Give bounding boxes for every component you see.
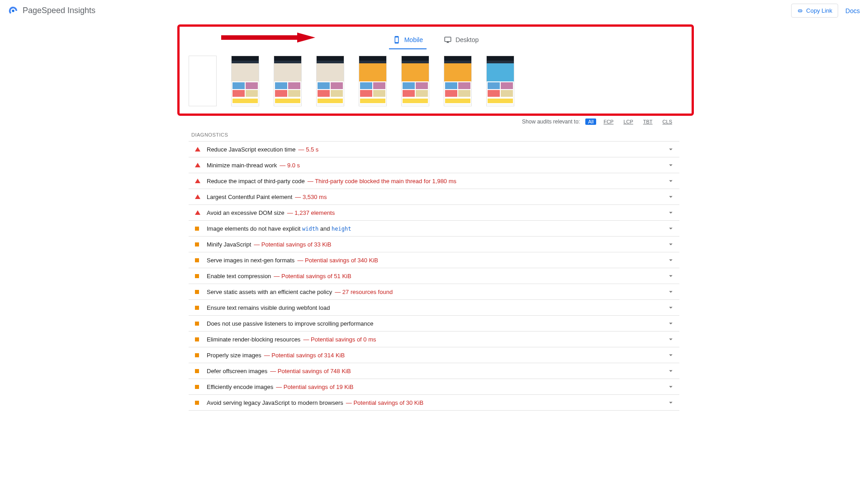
fail-icon <box>195 179 200 183</box>
audit-detail: — 9.0 s <box>280 162 300 169</box>
warn-icon <box>195 369 200 373</box>
audit-item[interactable]: Eliminate render-blocking resources— Pot… <box>189 332 679 347</box>
header-right: Copy Link Docs <box>791 4 860 18</box>
audit-detail: — Potential savings of 0 ms <box>303 336 376 343</box>
warn-icon <box>195 401 200 405</box>
audit-title: Reduce the impact of third-party code <box>207 178 305 185</box>
filmstrip <box>188 49 683 113</box>
audit-title: Avoid an excessive DOM size <box>207 209 285 216</box>
audit-detail: — Potential savings of 30 KiB <box>346 399 423 406</box>
audit-title: Image elements do not have explicit widt… <box>207 225 351 232</box>
audit-item[interactable]: Reduce the impact of third-party code— T… <box>189 173 679 189</box>
warn-icon <box>195 353 200 357</box>
filmstrip-frame <box>401 56 429 106</box>
chevron-down-icon <box>667 193 675 201</box>
audit-item[interactable]: Ensure text remains visible during webfo… <box>189 300 679 316</box>
chevron-down-icon <box>667 161 675 169</box>
audit-detail: — Potential savings of 19 KiB <box>276 384 353 390</box>
warn-icon <box>195 258 200 262</box>
audit-item[interactable]: Minimize main-thread work— 9.0 s <box>189 157 679 173</box>
audit-title: Efficiently encode images <box>207 384 273 390</box>
chevron-down-icon <box>667 224 675 232</box>
audit-filter-label: Show audits relevant to: <box>522 118 580 125</box>
audit-detail: — Potential savings of 314 KiB <box>264 352 345 359</box>
psi-logo-icon <box>8 6 18 16</box>
tab-mobile[interactable]: Mobile <box>389 31 427 49</box>
audit-item[interactable]: Defer offscreen images— Potential saving… <box>189 363 679 379</box>
audit-title: Largest Contentful Paint element <box>207 194 292 200</box>
filmstrip-frame <box>486 56 514 106</box>
audit-item[interactable]: Efficiently encode images— Potential sav… <box>189 379 679 395</box>
audit-title: Minify JavaScript <box>207 241 251 248</box>
link-icon <box>797 8 803 14</box>
warn-icon <box>195 290 200 294</box>
mobile-icon <box>393 36 401 44</box>
audit-item[interactable]: Largest Contentful Paint element— 3,530 … <box>189 189 679 205</box>
audit-item[interactable]: Minify JavaScript— Potential savings of … <box>189 237 679 252</box>
audit-item[interactable]: Avoid serving legacy JavaScript to moder… <box>189 395 679 411</box>
audit-title: Properly size images <box>207 352 261 359</box>
chevron-down-icon <box>667 240 675 248</box>
filter-fcp[interactable]: FCP <box>601 118 616 125</box>
chevron-down-icon <box>667 145 675 153</box>
app-title: PageSpeed Insights <box>23 6 95 15</box>
audit-item[interactable]: Properly size images— Potential savings … <box>189 347 679 363</box>
chevron-down-icon <box>667 208 675 217</box>
audit-detail: — 27 resources found <box>335 289 393 295</box>
filmstrip-frame <box>444 56 472 106</box>
audit-title: Avoid serving legacy JavaScript to moder… <box>207 399 343 406</box>
audit-title: Reduce JavaScript execution time <box>207 146 296 153</box>
app-header: PageSpeed Insights Copy Link Docs <box>0 0 868 22</box>
filter-tbt[interactable]: TBT <box>640 118 655 125</box>
audit-title: Serve static assets with an efficient ca… <box>207 289 332 295</box>
chevron-down-icon <box>667 319 675 327</box>
chevron-down-icon <box>667 398 675 407</box>
warn-icon <box>195 385 200 389</box>
audit-item[interactable]: Serve static assets with an efficient ca… <box>189 284 679 300</box>
warn-icon <box>195 337 200 341</box>
svg-point-0 <box>12 9 14 12</box>
fail-icon <box>195 147 200 152</box>
audit-title: Serve images in next-gen formats <box>207 257 294 264</box>
tab-desktop[interactable]: Desktop <box>440 31 482 49</box>
filmstrip-frame <box>316 56 344 106</box>
audit-item[interactable]: Reduce JavaScript execution time— 5.5 s <box>189 142 679 157</box>
chevron-down-icon <box>667 351 675 359</box>
device-tabs: Mobile Desktop <box>180 28 692 49</box>
audit-item[interactable]: Avoid an excessive DOM size— 1,237 eleme… <box>189 205 679 221</box>
warn-icon <box>195 306 200 310</box>
docs-link[interactable]: Docs <box>845 7 860 14</box>
chevron-down-icon <box>667 177 675 185</box>
audit-item[interactable]: Enable text compression— Potential savin… <box>189 268 679 284</box>
copy-link-button[interactable]: Copy Link <box>791 4 838 18</box>
annotation-highlight: Mobile Desktop <box>177 24 694 116</box>
filmstrip-frame <box>359 56 387 106</box>
audit-detail: — Potential savings of 51 KiB <box>274 273 351 280</box>
tab-mobile-label: Mobile <box>404 36 423 43</box>
main-content: Mobile Desktop Show audits relevant to: … <box>189 24 679 429</box>
audit-filter: Show audits relevant to: All FCP LCP TBT… <box>189 116 679 128</box>
copy-link-label: Copy Link <box>806 7 832 14</box>
filter-lcp[interactable]: LCP <box>621 118 636 125</box>
warn-icon <box>195 242 200 246</box>
audit-detail: — Potential savings of 33 KiB <box>254 241 331 248</box>
header-left: PageSpeed Insights <box>8 6 95 16</box>
filter-all[interactable]: All <box>585 118 596 125</box>
tab-desktop-label: Desktop <box>455 36 479 43</box>
filter-cls[interactable]: CLS <box>660 118 675 125</box>
audit-title: Eliminate render-blocking resources <box>207 336 300 343</box>
audit-detail: — 3,530 ms <box>295 194 327 200</box>
audit-item[interactable]: Does not use passive listeners to improv… <box>189 316 679 332</box>
filmstrip-frame <box>274 56 302 106</box>
warn-icon <box>195 322 200 326</box>
warn-icon <box>195 227 200 231</box>
audit-item[interactable]: Image elements do not have explicit widt… <box>189 221 679 237</box>
audit-title: Defer offscreen images <box>207 368 267 374</box>
fail-icon <box>195 210 200 215</box>
audit-title: Does not use passive listeners to improv… <box>207 320 374 327</box>
chevron-down-icon <box>667 303 675 312</box>
audit-title: Ensure text remains visible during webfo… <box>207 304 330 311</box>
audit-item[interactable]: Serve images in next-gen formats— Potent… <box>189 252 679 268</box>
audit-detail: — Potential savings of 748 KiB <box>270 368 351 374</box>
audit-detail: — Third-party code blocked the main thre… <box>308 178 456 185</box>
